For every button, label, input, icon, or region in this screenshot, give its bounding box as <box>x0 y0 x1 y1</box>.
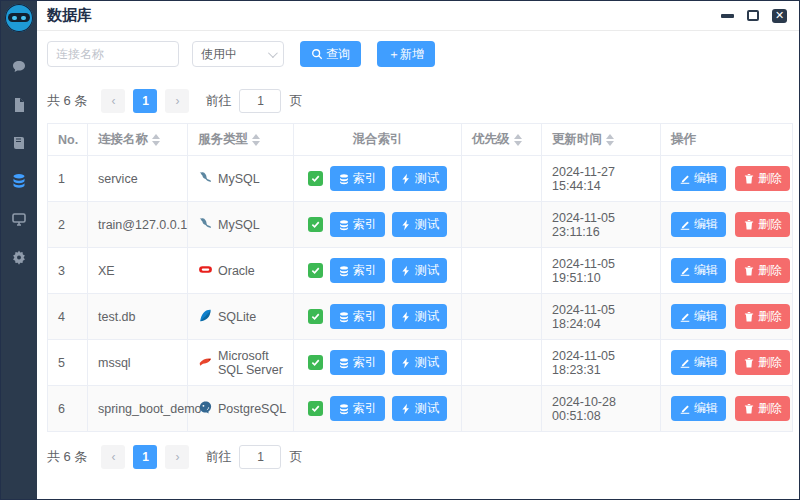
prev-page-button[interactable]: ‹ <box>101 89 125 113</box>
minimize-icon[interactable] <box>721 14 734 18</box>
mysql-icon <box>198 170 213 188</box>
index-button[interactable]: 索引 <box>330 350 385 375</box>
search-button[interactable]: 查询 <box>300 41 361 67</box>
test-button[interactable]: 测试 <box>392 166 447 191</box>
test-button[interactable]: 测试 <box>392 212 447 237</box>
column-header-label: 操作 <box>671 131 696 148</box>
updated-time-cell: 2024-11-05 19:51:10 <box>542 248 661 294</box>
sidebar-item-monitor[interactable] <box>10 210 28 228</box>
connection-name-input[interactable] <box>47 41 179 67</box>
delete-button[interactable]: 删除 <box>735 258 790 283</box>
delete-button[interactable]: 删除 <box>735 350 790 375</box>
column-header[interactable]: 服务类型 <box>188 124 294 156</box>
index-button[interactable]: 索引 <box>330 396 385 421</box>
sidebar-item-settings[interactable] <box>10 248 28 266</box>
mixed-index-cell: 索引测试 <box>294 156 462 202</box>
page-number-button[interactable]: 1 <box>133 445 157 469</box>
delete-button[interactable]: 删除 <box>735 304 790 329</box>
add-button[interactable]: ＋新增 <box>377 41 435 67</box>
next-page-button[interactable]: › <box>165 445 189 469</box>
edit-button[interactable]: 编辑 <box>671 166 726 191</box>
edit-button[interactable]: 编辑 <box>671 212 726 237</box>
column-header-label: 混合索引 <box>353 131 403 148</box>
sidebar-item-chat[interactable] <box>10 58 28 76</box>
column-header: 操作 <box>661 124 793 156</box>
column-header-label: 服务类型 <box>198 131 248 148</box>
oracle-icon <box>198 262 213 280</box>
column-header[interactable]: 更新时间 <box>542 124 661 156</box>
window-controls: ✕ <box>721 9 787 23</box>
test-button[interactable]: 测试 <box>392 258 447 283</box>
index-button[interactable]: 索引 <box>330 212 385 237</box>
updated-time-cell: 2024-11-05 23:11:16 <box>542 202 661 248</box>
page-number-button[interactable]: 1 <box>133 89 157 113</box>
chat-icon <box>11 59 27 75</box>
test-button[interactable]: 测试 <box>392 304 447 329</box>
goto-page-input[interactable] <box>239 445 281 469</box>
connections-table: No.连接名称服务类型混合索引优先级更新时间操作 1serviceMySQL索引… <box>47 123 793 432</box>
service-type-label: PostgreSQL <box>218 402 286 416</box>
service-type-cell: SQLite <box>188 294 294 340</box>
checked-checkbox-icon[interactable] <box>308 263 323 278</box>
column-header[interactable]: 优先级 <box>462 124 542 156</box>
sidebar-item-notebook[interactable] <box>10 134 28 152</box>
mixed-index-cell: 索引测试 <box>294 386 462 432</box>
test-button[interactable]: 测试 <box>392 396 447 421</box>
index-button[interactable]: 索引 <box>330 304 385 329</box>
row-number-cell: 4 <box>48 294 88 340</box>
book-icon <box>11 135 27 151</box>
priority-cell <box>462 248 542 294</box>
edit-button[interactable]: 编辑 <box>671 304 726 329</box>
service-type-cell: Oracle <box>188 248 294 294</box>
close-icon[interactable]: ✕ <box>772 9 787 23</box>
next-page-button[interactable]: › <box>165 89 189 113</box>
checked-checkbox-icon[interactable] <box>308 401 323 416</box>
checked-checkbox-icon[interactable] <box>308 171 323 186</box>
service-type-label: MySQL <box>218 218 260 232</box>
database-icon <box>11 173 27 189</box>
table-row: 3XEOracle索引测试2024-11-05 19:51:10编辑删除 <box>48 248 793 294</box>
monitor-icon <box>11 211 27 227</box>
test-button[interactable]: 测试 <box>392 350 447 375</box>
delete-button[interactable]: 删除 <box>735 166 790 191</box>
service-type-cell: MySQL <box>188 156 294 202</box>
edit-button[interactable]: 编辑 <box>671 350 726 375</box>
edit-button[interactable]: 编辑 <box>671 396 726 421</box>
sidebar-item-database[interactable] <box>10 172 28 190</box>
priority-cell <box>462 202 542 248</box>
sort-caret-icon[interactable] <box>152 134 160 146</box>
mssql-icon <box>198 354 213 372</box>
prev-page-button[interactable]: ‹ <box>101 445 125 469</box>
goto-page-input[interactable] <box>239 89 281 113</box>
sort-caret-icon[interactable] <box>252 134 260 146</box>
filter-bar: 使用中 查询 ＋新增 <box>47 41 789 67</box>
maximize-icon[interactable] <box>747 10 759 21</box>
sort-caret-icon[interactable] <box>606 134 614 146</box>
status-select[interactable]: 使用中 <box>192 41 284 67</box>
chevron-down-icon <box>268 48 278 58</box>
updated-time-cell: 2024-11-27 15:44:14 <box>542 156 661 202</box>
row-number-cell: 6 <box>48 386 88 432</box>
operations-cell: 编辑删除 <box>661 386 793 432</box>
sort-caret-icon[interactable] <box>514 134 522 146</box>
checked-checkbox-icon[interactable] <box>308 355 323 370</box>
edit-button[interactable]: 编辑 <box>671 258 726 283</box>
connection-name-cell: mssql <box>88 340 188 386</box>
checked-checkbox-icon[interactable] <box>308 309 323 324</box>
service-type-label: MySQL <box>218 172 260 186</box>
delete-button[interactable]: 删除 <box>735 212 790 237</box>
search-icon <box>311 48 323 60</box>
total-count: 共 6 条 <box>47 92 87 110</box>
sidebar <box>1 1 37 499</box>
index-button[interactable]: 索引 <box>330 166 385 191</box>
page-title: 数据库 <box>47 6 92 25</box>
robot-logo <box>5 4 33 32</box>
column-header[interactable]: 连接名称 <box>88 124 188 156</box>
sidebar-item-documents[interactable] <box>10 96 28 114</box>
mixed-index-cell: 索引测试 <box>294 248 462 294</box>
delete-button[interactable]: 删除 <box>735 396 790 421</box>
status-select-value: 使用中 <box>201 46 237 63</box>
checked-checkbox-icon[interactable] <box>308 217 323 232</box>
index-button[interactable]: 索引 <box>330 258 385 283</box>
mixed-index-cell: 索引测试 <box>294 202 462 248</box>
